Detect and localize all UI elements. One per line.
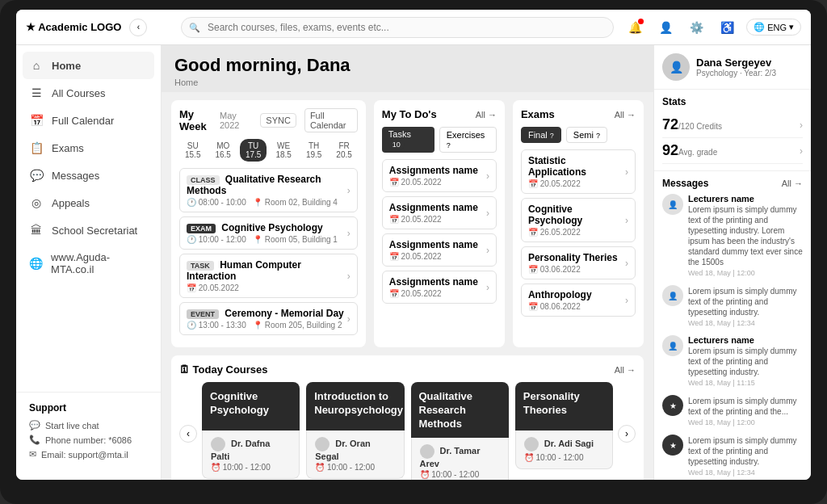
msg-content-3: Lorem ipsum is simply dummy text of the … <box>688 395 803 426</box>
msg-item-2: 👤 Lecturers name Lorem ipsum is simply d… <box>662 335 803 387</box>
msg-avatar-0: 👤 <box>662 194 683 215</box>
exam-item-2-chevron[interactable]: › <box>625 258 628 269</box>
msg-time-2: Wed 18, May | 11:15 <box>688 379 803 387</box>
course-card-0-avatar <box>211 437 225 452</box>
collapse-sidebar-button[interactable]: ‹ <box>129 19 147 36</box>
msg-text-2: Lorem ipsum is simply dummy text of the … <box>688 346 803 377</box>
exams-all-link[interactable]: All → <box>615 110 636 120</box>
support-chat[interactable]: 💬 Start live chat <box>29 420 148 430</box>
exam-item-3-date: 📅 08.06.2022 <box>528 302 592 311</box>
course-card-3-header: Personality Theories <box>515 382 613 430</box>
sidebar-item-home[interactable]: ⌂ Home <box>23 52 154 79</box>
course-card-3-footer: Dr. Adi Sagi ⏰ 10:00 - 12:00 <box>515 430 613 469</box>
todo-item-2-date: 📅 20.05.2022 <box>389 252 478 261</box>
sync-button[interactable]: SYNC <box>260 113 296 128</box>
todo-tab-exercises[interactable]: Exercises ? <box>439 127 497 153</box>
day-tab-mo[interactable]: MO16.5 <box>209 139 236 162</box>
todo-item-0-chevron[interactable]: › <box>486 170 489 182</box>
full-calendar-link[interactable]: Full Calendar <box>304 108 358 132</box>
sidebar-item-home-label: Home <box>52 60 81 72</box>
week-item-1-tag: EXAM <box>187 224 216 233</box>
notification-icon[interactable]: 🔔 <box>623 16 646 39</box>
day-tab-th[interactable]: TH19.5 <box>300 139 327 162</box>
exam-item-3-title: Anthropology <box>528 289 592 300</box>
exam-tab-final[interactable]: Final ? <box>521 127 561 143</box>
laptop-screen: ★ Academic LOGO ‹ 🔍 🔔 👤 ⚙️ ♿ 🌐 ENG ▾ <box>16 10 811 480</box>
exams-widget: Exams All → Final ? Semi ? <box>513 100 644 347</box>
exam-tab-semi[interactable]: Semi ? <box>566 127 607 143</box>
sidebar: ⌂ Home ☰ All Courses 📅 Full Calendar 📋 E… <box>16 45 162 480</box>
credits-chevron[interactable]: › <box>800 120 803 131</box>
msg-item-4: ★ Lorem ipsum is simply dummy text of th… <box>662 435 803 477</box>
week-item-0-content: CLASS Qualitative Research Methods 🕐 08:… <box>187 174 347 207</box>
exam-item-3-chevron[interactable]: › <box>625 295 628 306</box>
todo-item-2-title: Assignments name <box>389 239 478 250</box>
sidebar-item-exams[interactable]: 📋 Exams <box>16 134 161 162</box>
week-item-0-chevron[interactable]: › <box>347 185 351 196</box>
sidebar-item-school-sec[interactable]: 🏛 School Secretariat <box>16 216 161 244</box>
msg-content-1: Lorem ipsum is simply dummy text of the … <box>688 285 803 327</box>
todo-item-1-content: Assignments name 📅 20.05.2022 <box>389 202 478 224</box>
course-card-0-header: Cognitive Psychology <box>202 382 300 430</box>
today-header: 🗓 Today Courses All → <box>179 363 636 376</box>
lang-label: ENG <box>767 23 787 32</box>
user-circle-icon[interactable]: 👤 <box>654 16 677 39</box>
exam-item-1-title: Cognitive Psychology <box>528 204 625 226</box>
week-item-1-content: EXAM Cognitive Psychology 🕐 10:00 - 12:0… <box>187 222 347 244</box>
sidebar-item-all-courses[interactable]: ☰ All Courses <box>16 79 161 107</box>
week-item-2-chevron[interactable]: › <box>347 271 351 282</box>
msg-item-0: 👤 Lecturers name Lorem ipsum is simply d… <box>662 194 803 277</box>
day-tab-fr[interactable]: FR20.5 <box>330 139 357 162</box>
language-button[interactable]: 🌐 ENG ▾ <box>746 19 801 36</box>
sidebar-item-website[interactable]: 🌐 www.Aguda-MTA.co.il <box>16 244 161 283</box>
accessibility-icon[interactable]: ♿ <box>716 16 738 39</box>
widgets-row-1: My Week May 2022 SYNC Full Calendar SU15… <box>171 100 644 347</box>
exam-item-2: Personality Theries 📅 03.06.2022 › <box>521 246 636 279</box>
exams-header: Exams All → <box>521 108 636 120</box>
course-card-0: Cognitive Psychology Dr. Dafna Palti ⏰ 1… <box>202 382 300 480</box>
my-week-header: My Week May 2022 SYNC Full Calendar <box>179 108 358 132</box>
todo-item-3-chevron[interactable]: › <box>486 282 489 293</box>
courses-next-button[interactable]: › <box>618 425 636 443</box>
todo-item-2-content: Assignments name 📅 20.05.2022 <box>389 239 478 261</box>
week-item-3-chevron[interactable]: › <box>347 313 351 325</box>
todo-item-2-chevron[interactable]: › <box>486 245 489 256</box>
todo-item-1-chevron[interactable]: › <box>486 208 489 219</box>
my-todos-widget: My To Do's All → Tasks 10 Exercises ? <box>374 100 505 347</box>
messages-all-link[interactable]: All → <box>782 178 803 188</box>
home-icon: ⌂ <box>29 59 44 72</box>
sidebar-item-school-sec-label: School Secretariat <box>52 225 137 237</box>
week-item-2: TASK Human Computer Interaction 📅 20.05.… <box>179 254 358 298</box>
msg-text-4: Lorem ipsum is simply dummy text of the … <box>688 435 803 467</box>
todos-all-link[interactable]: All → <box>476 110 497 120</box>
support-email[interactable]: ✉ Email: support@mta.il <box>29 449 148 460</box>
course-card-1-header: Introduction to Neuropsychology <box>306 382 404 430</box>
content-header: Good morning, Dana Home <box>162 45 653 92</box>
msg-content-4: Lorem ipsum is simply dummy text of the … <box>688 435 803 477</box>
my-week-widget: My Week May 2022 SYNC Full Calendar SU15… <box>171 100 366 347</box>
course-card-2-avatar <box>420 444 434 459</box>
sidebar-item-appeals[interactable]: ◎ Appeals <box>16 189 161 216</box>
settings-icon[interactable]: ⚙️ <box>685 16 707 39</box>
courses-prev-button[interactable]: ‹ <box>179 425 197 443</box>
support-phone[interactable]: 📞 Phone number: *6086 <box>29 435 148 445</box>
sidebar-item-full-calendar[interactable]: 📅 Full Calendar <box>16 107 161 134</box>
course-card-2-instructor: Dr. Tamar Arev <box>420 444 500 468</box>
search-input[interactable] <box>181 17 614 38</box>
day-tab-su[interactable]: SU15.5 <box>179 139 206 162</box>
exam-item-0-chevron[interactable]: › <box>625 166 628 178</box>
exam-item-1-chevron[interactable]: › <box>625 215 628 226</box>
week-item-1-chevron[interactable]: › <box>347 228 351 239</box>
top-icons: 🔔 👤 ⚙️ ♿ 🌐 ENG ▾ <box>623 16 801 39</box>
day-tab-we[interactable]: WE18.5 <box>270 139 296 162</box>
todo-tab-tasks[interactable]: Tasks 10 <box>382 127 434 153</box>
msg-name-0: Lecturers name <box>688 194 803 204</box>
grade-chevron[interactable]: › <box>800 145 803 157</box>
day-tab-tu[interactable]: TU17.5 <box>240 139 267 162</box>
todo-item-2: Assignments name 📅 20.05.2022 › <box>382 233 497 267</box>
support-chat-label: Start live chat <box>45 421 99 430</box>
today-courses-all-link[interactable]: All → <box>615 365 636 375</box>
search-icon: 🔍 <box>189 22 200 32</box>
exam-item-1: Cognitive Psychology 📅 26.05.2022 › <box>521 198 636 242</box>
sidebar-item-messages[interactable]: 💬 Messages <box>16 162 161 189</box>
